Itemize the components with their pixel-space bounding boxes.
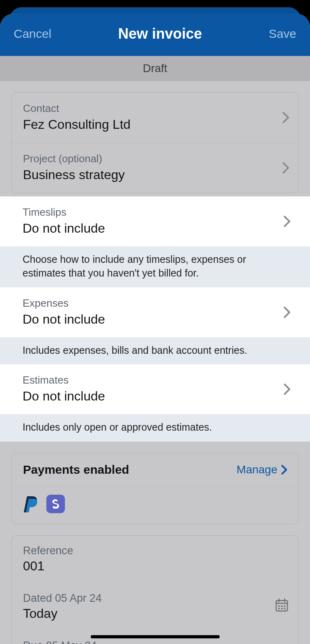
timeslips-row[interactable]: Timeslips Do not include	[0, 196, 310, 246]
payment-providers	[12, 486, 298, 524]
cancel-button[interactable]: Cancel	[14, 27, 51, 41]
svg-point-3	[281, 605, 282, 607]
save-button[interactable]: Save	[269, 27, 296, 41]
timeslips-helper: Choose how to include any timeslips, exp…	[0, 246, 310, 287]
project-label: Project (optional)	[23, 153, 287, 165]
includes-section: Timeslips Do not include Choose how to i…	[0, 196, 310, 442]
svg-point-2	[278, 605, 279, 607]
manage-label: Manage	[237, 463, 277, 476]
project-value: Business strategy	[23, 167, 287, 182]
contact-label: Contact	[23, 102, 287, 115]
stripe-icon	[46, 495, 65, 513]
timeslips-value: Do not include	[23, 221, 287, 236]
status-badge: Draft	[0, 56, 310, 81]
estimates-label: Estimates	[23, 374, 287, 386]
timeslips-label: Timeslips	[23, 206, 287, 219]
modal-sheet: Cancel New invoice Save Draft Contact Fe…	[0, 14, 310, 644]
chevron-right-icon	[283, 383, 291, 395]
chevron-right-icon	[282, 111, 289, 124]
home-indicator	[91, 635, 220, 638]
estimates-value: Do not include	[23, 389, 287, 404]
project-row[interactable]: Project (optional) Business strategy	[12, 142, 298, 193]
contact-row[interactable]: Contact Fez Consulting Ltd	[12, 93, 298, 142]
expenses-helper: Includes expenses, bills and bank accoun…	[0, 337, 310, 365]
dated-row[interactable]: Dated 05 Apr 24 Today	[12, 582, 298, 630]
calendar-icon	[275, 598, 289, 614]
payments-title: Payments enabled	[23, 463, 129, 477]
invoice-details-card: Reference 001 Dated 05 Apr 24 Today	[11, 535, 299, 644]
details-card-top: Contact Fez Consulting Ltd Project (opti…	[11, 92, 299, 193]
manage-button[interactable]: Manage	[237, 463, 287, 476]
estimates-row[interactable]: Estimates Do not include	[0, 364, 310, 414]
chevron-right-icon	[283, 306, 291, 318]
svg-point-7	[284, 608, 285, 609]
reference-label: Reference	[23, 545, 287, 557]
due-label: Due 05 May 24	[23, 640, 287, 644]
nav-header: Cancel New invoice Save	[0, 14, 310, 56]
payments-card: Payments enabled Manage	[11, 453, 299, 524]
svg-point-5	[278, 608, 279, 609]
dated-label: Dated 05 Apr 24	[23, 592, 287, 605]
expenses-value: Do not include	[23, 312, 287, 327]
reference-row[interactable]: Reference 001	[12, 536, 298, 582]
dated-value: Today	[23, 606, 287, 621]
contact-value: Fez Consulting Ltd	[23, 117, 287, 132]
paypal-icon	[23, 495, 39, 513]
reference-value: 001	[23, 559, 287, 574]
svg-point-4	[284, 605, 285, 607]
chevron-right-icon	[282, 162, 289, 174]
chevron-right-icon	[283, 215, 291, 227]
svg-point-6	[281, 608, 282, 609]
expenses-row[interactable]: Expenses Do not include	[0, 287, 310, 337]
page-title: New invoice	[118, 25, 202, 42]
estimates-helper: Includes only open or approved estimates…	[0, 414, 310, 442]
expenses-label: Expenses	[23, 297, 287, 310]
chevron-right-icon	[281, 465, 287, 475]
